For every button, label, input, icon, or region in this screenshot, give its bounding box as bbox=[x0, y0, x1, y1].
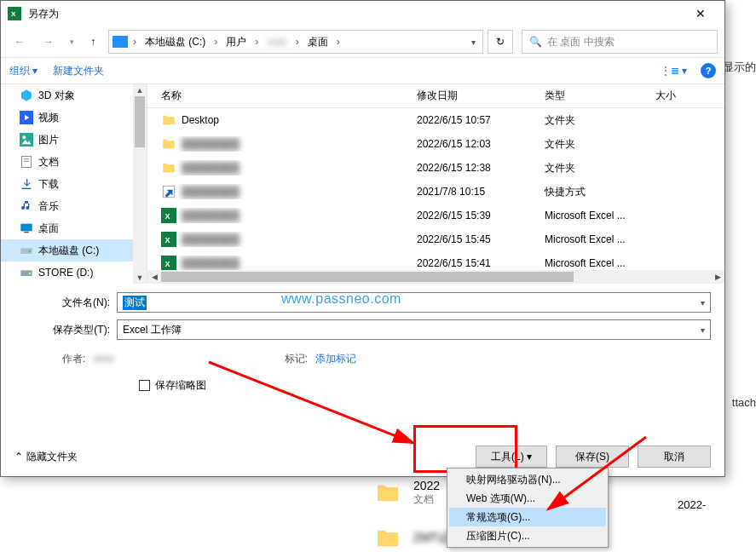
nav-bar: ← → ▾ ↑ › 本地磁盘 (C:) › 用户 › user › 桌面 › ▾… bbox=[1, 26, 724, 57]
desk-icon bbox=[20, 221, 33, 235]
file-row[interactable]: ████████ 2022/6/15 12:03 文件夹 bbox=[147, 132, 724, 156]
file-name: ████████ bbox=[182, 257, 239, 269]
dd-general-options[interactable]: 常规选项(G)... bbox=[449, 508, 606, 526]
dd-compress-pics[interactable]: 压缩图片(C)... bbox=[449, 526, 606, 545]
folder-icon bbox=[161, 136, 176, 152]
filetype-label: 保存类型(T): bbox=[14, 323, 117, 337]
organize-button[interactable]: 组织 ▾ bbox=[9, 64, 38, 78]
drive2-icon bbox=[20, 266, 33, 279]
file-name: ████████ bbox=[182, 138, 239, 150]
new-folder-button[interactable]: 新建文件夹 bbox=[53, 64, 104, 78]
save-thumbnail-checkbox[interactable] bbox=[139, 380, 150, 391]
add-tag-link[interactable]: 添加标记 bbox=[315, 353, 356, 365]
address-dropdown-icon[interactable]: ▾ bbox=[471, 37, 479, 47]
sidebar-item[interactable]: 下载 bbox=[1, 173, 147, 195]
search-input[interactable]: 🔍 在 桌面 中搜索 bbox=[522, 30, 718, 54]
file-list-header: 名称 修改日期 类型 大小 bbox=[147, 84, 724, 108]
sidebar-item[interactable]: 视频 bbox=[1, 106, 147, 129]
author-label: 作者: bbox=[62, 353, 85, 365]
nav-up[interactable]: ↑ bbox=[83, 32, 103, 52]
file-row[interactable]: X████████ 2022/6/15 15:39 Microsoft Exce… bbox=[147, 204, 724, 227]
file-row[interactable]: ████████ 2021/7/8 10:15 快捷方式 bbox=[147, 180, 724, 204]
sidebar-item[interactable]: 图片 bbox=[1, 129, 147, 151]
author-value[interactable]: xxxx bbox=[94, 353, 114, 365]
search-placeholder: 在 桌面 中搜索 bbox=[547, 35, 615, 49]
crumb-drive[interactable]: 本地磁盘 (C:) bbox=[141, 33, 209, 51]
search-icon: 🔍 bbox=[529, 36, 542, 48]
refresh-button[interactable]: ↻ bbox=[488, 30, 513, 54]
file-row[interactable]: X████████ 2022/6/15 15:45 Microsoft Exce… bbox=[147, 227, 724, 251]
address-bar[interactable]: › 本地磁盘 (C:) › 用户 › user › 桌面 › ▾ bbox=[108, 30, 483, 54]
filename-input[interactable]: 测试 ▾ bbox=[117, 292, 711, 313]
sidebar-item[interactable]: 桌面 bbox=[1, 217, 147, 239]
crumb-user[interactable]: user bbox=[263, 34, 290, 49]
background-text: 显示的 bbox=[723, 60, 756, 75]
titlebar: X 另存为 ✕ bbox=[1, 1, 724, 26]
background-text: ttach bbox=[732, 396, 756, 409]
tag-label: 标记: bbox=[285, 353, 308, 365]
file-list-hscrollbar[interactable]: ◀▶ bbox=[147, 270, 724, 284]
file-type: 快捷方式 bbox=[540, 185, 650, 199]
watermark-text: www.passneo.com bbox=[281, 291, 401, 307]
sidebar-scrollbar[interactable]: ▲▼ bbox=[133, 84, 147, 284]
filetype-select[interactable]: Excel 工作簿 ▾ bbox=[117, 319, 711, 340]
cancel-button[interactable]: 取消 bbox=[638, 446, 711, 468]
music-icon bbox=[20, 199, 33, 213]
chevron-up-icon: ⌃ bbox=[14, 451, 23, 463]
file-name: ████████ bbox=[182, 186, 239, 198]
save-as-dialog: X 另存为 ✕ ← → ▾ ↑ › 本地磁盘 (C:) › 用户 › user … bbox=[0, 0, 725, 477]
sidebar-item[interactable]: 音乐 bbox=[1, 195, 147, 217]
drive-icon bbox=[113, 36, 128, 48]
close-button[interactable]: ✕ bbox=[684, 7, 718, 20]
help-icon[interactable]: ? bbox=[701, 63, 716, 78]
bg-date: 2022- bbox=[678, 498, 706, 511]
filename-label: 文件名(N): bbox=[14, 296, 117, 310]
sidebar-item-label: 下载 bbox=[38, 177, 59, 192]
svg-point-4 bbox=[22, 135, 26, 139]
dl-icon bbox=[20, 177, 33, 191]
file-date: 2022/6/15 12:03 bbox=[412, 138, 540, 150]
file-date: 2022/6/15 15:39 bbox=[412, 210, 540, 221]
svg-rect-9 bbox=[20, 224, 32, 232]
tools-button[interactable]: 工具(L) ▾ bbox=[476, 446, 547, 468]
filename-value: 测试 bbox=[123, 296, 147, 310]
chevron-down-icon[interactable]: ▾ bbox=[701, 298, 705, 308]
view-options-button[interactable]: ⋮≣ ▾ bbox=[661, 65, 687, 77]
bg-folder-name: 2022 bbox=[413, 479, 440, 492]
crumb-users[interactable]: 用户 bbox=[222, 33, 250, 51]
nav-back[interactable]: ← bbox=[8, 30, 32, 54]
nav-recent[interactable]: ▾ bbox=[66, 30, 78, 54]
sidebar-item[interactable]: 文档 bbox=[1, 151, 147, 173]
sidebar-item[interactable]: STORE (D:) bbox=[1, 262, 147, 284]
hide-folders-button[interactable]: ⌃ 隐藏文件夹 bbox=[14, 450, 78, 464]
sidebar: 3D 对象视频图片文档下载音乐桌面本地磁盘 (C:)STORE (D:) ▲▼ bbox=[1, 84, 147, 284]
chevron-down-icon[interactable]: ▾ bbox=[701, 325, 705, 335]
col-type[interactable]: 类型 bbox=[540, 89, 650, 103]
crumb-desktop[interactable]: 桌面 bbox=[304, 33, 332, 51]
background-folder-row: 2022 文档 bbox=[371, 479, 440, 507]
file-date: 2021/7/8 10:15 bbox=[412, 186, 540, 198]
col-name[interactable]: 名称 bbox=[156, 89, 412, 103]
file-date: 2022/6/15 12:38 bbox=[412, 162, 540, 174]
pic-icon bbox=[20, 133, 33, 147]
file-name: ████████ bbox=[182, 210, 239, 221]
svg-rect-8 bbox=[22, 188, 32, 189]
file-type: 文件夹 bbox=[540, 137, 650, 152]
file-date: 2022/6/15 15:41 bbox=[412, 257, 540, 269]
col-date[interactable]: 修改日期 bbox=[412, 89, 540, 103]
save-button[interactable]: 保存(S) bbox=[556, 446, 629, 468]
sidebar-item[interactable]: 本地磁盘 (C:) bbox=[1, 239, 147, 262]
dialog-title: 另存为 bbox=[28, 7, 684, 21]
col-size[interactable]: 大小 bbox=[650, 89, 724, 103]
svg-text:X: X bbox=[165, 260, 170, 268]
file-type: Microsoft Excel ... bbox=[540, 210, 650, 221]
folder-icon bbox=[161, 160, 176, 175]
dd-web-options[interactable]: Web 选项(W)... bbox=[449, 489, 606, 508]
3d-icon bbox=[20, 89, 33, 102]
excel-icon: X bbox=[161, 232, 176, 247]
file-row[interactable]: Desktop 2022/6/15 10:57 文件夹 bbox=[147, 108, 724, 132]
dd-map-drive[interactable]: 映射网络驱动器(N)... bbox=[449, 470, 606, 489]
sidebar-item[interactable]: 3D 对象 bbox=[1, 84, 147, 106]
bg-folder-meta: 文档 bbox=[413, 492, 440, 507]
file-row[interactable]: ████████ 2022/6/15 12:38 文件夹 bbox=[147, 156, 724, 180]
